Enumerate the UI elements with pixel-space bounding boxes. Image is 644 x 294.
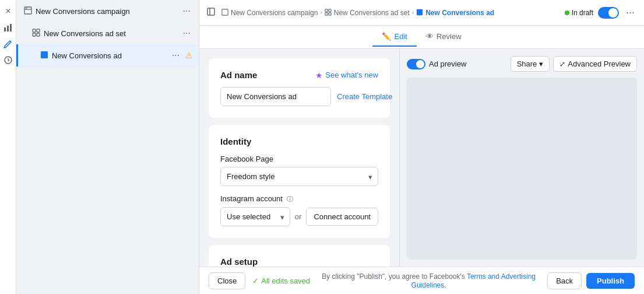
ad-name-input[interactable] <box>220 87 331 106</box>
breadcrumb-adset-icon <box>325 9 332 17</box>
tree-item-ad[interactable]: New Conversions ad ··· ⚠ <box>16 44 199 66</box>
see-whats-new-button[interactable]: ★ See what's new <box>315 71 378 80</box>
ad-tree-actions: ··· ⚠ <box>170 49 193 62</box>
instagram-account-select[interactable]: Use selected Page <box>220 207 290 226</box>
review-tab-icon: 👁 <box>426 32 434 41</box>
instagram-account-row: Use selected Page ▾ or Connect account <box>220 207 378 226</box>
draft-toggle[interactable] <box>598 7 619 19</box>
adset-icon <box>32 29 40 38</box>
svg-rect-10 <box>37 33 40 36</box>
adset-tree-label: New Conversions ad set <box>44 29 181 38</box>
breadcrumb-sep-2: › <box>412 9 414 16</box>
bottom-bar-right: Back Publish <box>547 272 635 289</box>
edit-pencil-icon[interactable] <box>2 37 15 50</box>
svg-rect-4 <box>24 7 31 14</box>
chart-icon[interactable] <box>2 21 15 34</box>
instagram-select-wrapper: Use selected Page ▾ <box>220 207 290 226</box>
terms-text: By clicking "Publish", you agree to Face… <box>322 272 536 289</box>
collapse-icon[interactable] <box>206 7 216 18</box>
top-bar: New Conversions campaign › New Conversio… <box>199 0 644 26</box>
expand-icon: ⤢ <box>559 60 565 68</box>
tab-edit[interactable]: ✏️ Edit <box>372 27 416 47</box>
terms-text-prefix: By clicking "Publish", you agree to Face… <box>322 272 465 281</box>
breadcrumb-campaign-icon <box>221 9 228 17</box>
campaign-tree-panel: New Conversions campaign ··· New Convers… <box>16 0 199 294</box>
star-icon: ★ <box>315 71 323 80</box>
breadcrumb-ad-icon <box>416 9 423 17</box>
left-icon-sidebar: ✕ <box>0 0 16 294</box>
edit-review-tabs: ✏️ Edit 👁 Review <box>199 26 644 49</box>
advanced-preview-button[interactable]: ⤢ Advanced Preview <box>553 56 637 72</box>
instagram-info-icon[interactable]: ⓘ <box>287 195 293 202</box>
instagram-label-text: Instagram account <box>220 194 283 203</box>
tree-item-campaign[interactable]: New Conversions campaign ··· <box>16 0 199 22</box>
ad-preview-toggle-switch[interactable] <box>407 59 425 69</box>
form-area: Ad name ★ See what's new Create Template… <box>199 49 399 267</box>
breadcrumb-ad: New Conversions ad <box>416 9 494 17</box>
adset-dots-button[interactable]: ··· <box>181 27 193 40</box>
publish-button[interactable]: Publish <box>586 273 635 289</box>
back-button[interactable]: Back <box>547 272 582 289</box>
svg-rect-2 <box>10 24 12 32</box>
svg-rect-12 <box>207 8 214 15</box>
svg-rect-14 <box>222 9 228 15</box>
breadcrumb-ad-label[interactable]: New Conversions ad <box>425 9 494 17</box>
ad-setup-card: Ad setup Create Ad ▾ Format <box>209 245 390 267</box>
identity-card: Identity Facebook Page Freedom style ▾ I… <box>209 125 390 238</box>
edit-tab-label: Edit <box>394 32 407 41</box>
breadcrumb-adset-label[interactable]: New Conversions ad set <box>334 9 410 17</box>
status-dot <box>565 10 569 15</box>
campaign-tree-actions: ··· <box>181 5 193 18</box>
share-dropdown-icon: ▾ <box>539 60 543 68</box>
bottom-bar-left: Close ✓ All edits saved <box>209 272 310 289</box>
status-label: In draft <box>572 9 593 17</box>
campaign-tree-label: New Conversions campaign <box>36 7 181 16</box>
tree-item-adset[interactable]: New Conversions ad set ··· <box>16 22 199 44</box>
advanced-preview-label: Advanced Preview <box>568 60 631 68</box>
check-icon: ✓ <box>252 276 259 285</box>
preview-content-area <box>407 78 637 260</box>
identity-section-title: Identity <box>220 136 378 146</box>
clock-icon[interactable] <box>2 54 15 66</box>
svg-rect-19 <box>417 9 423 15</box>
tab-review[interactable]: 👁 Review <box>417 27 471 47</box>
more-options-button[interactable]: ··· <box>624 4 637 21</box>
breadcrumb-campaign: New Conversions campaign <box>221 9 318 17</box>
instagram-account-label: Instagram account ⓘ <box>220 194 378 204</box>
campaign-icon <box>24 6 32 16</box>
breadcrumb-sep-1: › <box>320 9 322 16</box>
saved-status: ✓ All edits saved <box>252 276 310 285</box>
svg-rect-15 <box>325 9 328 11</box>
bottom-bar: Close ✓ All edits saved By clicking "Pub… <box>199 267 644 294</box>
create-template-link[interactable]: Create Template <box>337 92 392 101</box>
svg-rect-8 <box>37 29 40 32</box>
facebook-page-label: Facebook Page <box>220 155 378 163</box>
adset-tree-actions: ··· <box>181 27 193 40</box>
review-tab-label: Review <box>437 32 462 41</box>
see-whats-new-label: See what's new <box>325 71 378 79</box>
ad-name-header: Ad name ★ See what's new <box>220 70 378 80</box>
ad-icon <box>40 51 48 61</box>
svg-rect-18 <box>329 12 331 15</box>
facebook-page-select[interactable]: Freedom style <box>220 167 378 186</box>
svg-rect-1 <box>7 26 9 32</box>
ad-tree-label: New Conversions ad <box>52 51 170 60</box>
svg-rect-9 <box>33 33 36 36</box>
close-icon[interactable]: ✕ <box>2 5 15 18</box>
svg-rect-0 <box>4 27 6 32</box>
connect-account-button[interactable]: Connect account <box>306 208 378 226</box>
saved-label: All edits saved <box>261 276 310 285</box>
ad-name-title: Ad name <box>220 70 257 80</box>
close-button[interactable]: Close <box>209 272 245 289</box>
ad-preview-label: Ad preview <box>429 60 466 68</box>
preview-header: Ad preview Share ▾ ⤢ Advanced Preview <box>407 56 637 72</box>
share-button[interactable]: Share ▾ <box>511 56 550 72</box>
breadcrumb-campaign-label[interactable]: New Conversions campaign <box>231 9 318 17</box>
main-content: New Conversions campaign › New Conversio… <box>199 0 644 294</box>
ad-dots-button[interactable]: ··· <box>170 49 182 62</box>
terms-container: By clicking "Publish", you agree to Face… <box>310 272 547 289</box>
campaign-dots-button[interactable]: ··· <box>181 5 193 18</box>
or-text: or <box>295 212 302 221</box>
preview-actions: Share ▾ ⤢ Advanced Preview <box>511 56 637 72</box>
edit-tab-icon: ✏️ <box>382 32 391 41</box>
